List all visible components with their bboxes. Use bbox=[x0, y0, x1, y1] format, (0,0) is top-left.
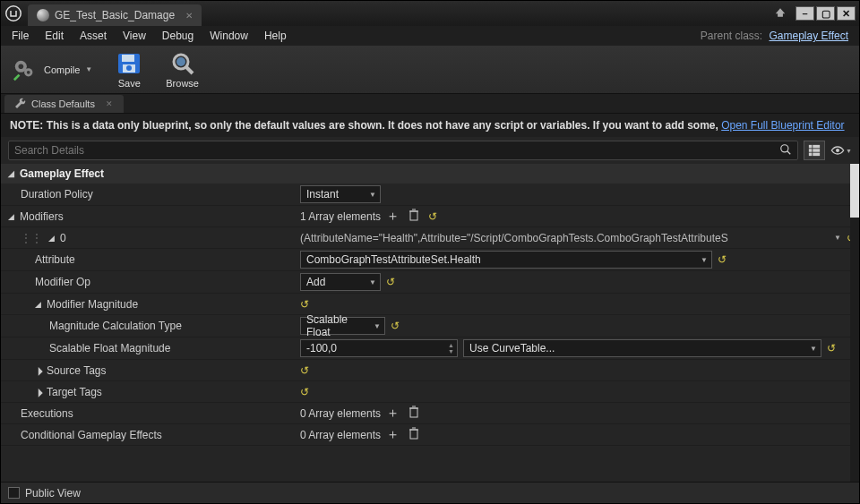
source-control-icon[interactable] bbox=[774, 6, 787, 21]
attribute-reset-button[interactable]: ↺ bbox=[718, 253, 727, 266]
scalable-float-input[interactable]: -100,0 ▲▼ bbox=[300, 339, 458, 357]
row-target-tags: ◢Target Tags ↺ bbox=[1, 381, 859, 403]
svg-rect-15 bbox=[813, 145, 820, 149]
wrench-icon bbox=[15, 98, 26, 110]
data-only-note: NOTE: This is a data only blueprint, so … bbox=[1, 114, 859, 137]
svg-point-4 bbox=[27, 70, 30, 73]
svg-point-0 bbox=[6, 6, 22, 21]
conditional-clear-button[interactable] bbox=[408, 427, 419, 442]
collapse-icon: ◢ bbox=[8, 169, 16, 178]
minimize-button[interactable]: – bbox=[796, 6, 814, 21]
scrollbar-track[interactable] bbox=[850, 164, 859, 482]
panel-tabs: Class Defaults ✕ bbox=[1, 94, 859, 114]
open-full-blueprint-link[interactable]: Open Full Blueprint Editor bbox=[721, 119, 844, 132]
modifiers-clear-button[interactable] bbox=[408, 209, 419, 224]
search-row: Search Details ▼ bbox=[1, 137, 859, 164]
details-panel: ◢ Gameplay Effect Duration Policy Instan… bbox=[1, 164, 859, 482]
svg-rect-14 bbox=[809, 145, 813, 149]
compile-dropdown-icon[interactable]: ▼ bbox=[85, 65, 92, 73]
view-grid-button[interactable] bbox=[804, 141, 825, 160]
mag-calc-dropdown[interactable]: Scalable Float bbox=[300, 317, 385, 335]
close-tab-icon[interactable]: ✕ bbox=[185, 11, 193, 21]
svg-point-2 bbox=[19, 64, 24, 69]
attribute-dropdown[interactable]: ComboGraphTestAttributeSet.Health bbox=[300, 251, 712, 269]
row-executions: Executions 0 Array elements ＋ bbox=[1, 403, 859, 424]
modifier-op-reset-button[interactable]: ↺ bbox=[386, 276, 395, 288]
row-source-tags: ◢Source Tags ↺ bbox=[1, 360, 859, 381]
row-attribute: Attribute ComboGraphTestAttributeSet.Hea… bbox=[1, 249, 859, 271]
search-input[interactable]: Search Details bbox=[8, 141, 798, 160]
magnitude-reset-button[interactable]: ↺ bbox=[300, 298, 309, 311]
svg-rect-18 bbox=[809, 153, 813, 157]
row-modifier-op: Modifier Op Add ↺ bbox=[1, 271, 859, 294]
parent-class-link[interactable]: Gameplay Effect bbox=[770, 30, 849, 42]
menubar: File Edit Asset View Debug Window Help P… bbox=[1, 26, 859, 46]
maximize-button[interactable]: ▢ bbox=[816, 6, 835, 21]
browse-button[interactable]: Browse bbox=[166, 51, 199, 89]
row-modifier-0: ⋮⋮◢0 (AttributeName="Health",Attribute="… bbox=[1, 227, 859, 249]
parent-class: Parent class: Gameplay Effect bbox=[701, 30, 848, 42]
row-conditional: Conditional Gameplay Effects 0 Array ele… bbox=[1, 424, 859, 446]
section-gameplay-effect[interactable]: ◢ Gameplay Effect bbox=[1, 164, 859, 184]
compile-button[interactable]: Compile ▼ bbox=[12, 57, 92, 82]
footer: Public View bbox=[1, 482, 859, 503]
compile-gear-icon bbox=[12, 57, 39, 82]
save-button[interactable]: Save bbox=[116, 51, 142, 89]
duration-policy-dropdown[interactable]: Instant bbox=[300, 185, 381, 203]
row-modifier-magnitude: ◢Modifier Magnitude ↺ bbox=[1, 294, 859, 315]
menu-help[interactable]: Help bbox=[264, 30, 287, 42]
close-button[interactable]: ✕ bbox=[837, 6, 856, 21]
asset-sphere-icon bbox=[37, 9, 49, 21]
svg-rect-17 bbox=[813, 149, 820, 152]
menu-window[interactable]: Window bbox=[210, 30, 248, 42]
svg-line-10 bbox=[186, 67, 193, 73]
menu-asset[interactable]: Asset bbox=[80, 30, 107, 42]
svg-rect-21 bbox=[410, 211, 417, 220]
row-scalable-float: Scalable Float Magnitude -100,0 ▲▼ Use C… bbox=[1, 337, 859, 360]
modifiers-reset-button[interactable]: ↺ bbox=[428, 210, 437, 223]
row-duration-policy: Duration Policy Instant bbox=[1, 184, 859, 206]
tab-class-defaults[interactable]: Class Defaults ✕ bbox=[4, 95, 124, 113]
menu-view[interactable]: View bbox=[123, 30, 146, 42]
modifiers-add-button[interactable]: ＋ bbox=[386, 208, 400, 225]
ue-logo-icon bbox=[4, 4, 22, 22]
svg-rect-24 bbox=[410, 408, 417, 417]
close-panel-tab-icon[interactable]: ✕ bbox=[106, 99, 113, 108]
svg-point-11 bbox=[176, 57, 185, 66]
source-tags-reset-button[interactable]: ↺ bbox=[300, 364, 309, 377]
view-eye-button[interactable]: ▼ bbox=[830, 141, 852, 160]
asset-tab[interactable]: GE_Test_Basic_Damage ✕ bbox=[28, 4, 202, 26]
executions-clear-button[interactable] bbox=[408, 406, 419, 421]
target-tags-reset-button[interactable]: ↺ bbox=[300, 386, 309, 398]
svg-rect-16 bbox=[809, 149, 813, 152]
svg-rect-27 bbox=[410, 430, 417, 439]
modifier-op-dropdown[interactable]: Add bbox=[300, 273, 381, 291]
svg-line-13 bbox=[787, 150, 791, 154]
menu-edit[interactable]: Edit bbox=[45, 30, 64, 42]
row-mag-calc: Magnitude Calculation Type Scalable Floa… bbox=[1, 315, 859, 337]
svg-rect-6 bbox=[122, 55, 134, 62]
menu-file[interactable]: File bbox=[12, 30, 29, 42]
svg-rect-19 bbox=[813, 153, 820, 157]
executions-add-button[interactable]: ＋ bbox=[386, 405, 400, 422]
svg-point-12 bbox=[781, 144, 788, 151]
toolbar: Compile ▼ Save Browse bbox=[1, 46, 859, 94]
scalable-reset-button[interactable]: ↺ bbox=[827, 342, 836, 355]
conditional-add-button[interactable]: ＋ bbox=[386, 426, 400, 443]
public-view-label: Public View bbox=[25, 487, 81, 500]
save-floppy-icon bbox=[116, 51, 142, 76]
svg-point-8 bbox=[126, 65, 132, 71]
asset-name: GE_Test_Basic_Damage bbox=[55, 9, 175, 21]
menu-debug[interactable]: Debug bbox=[162, 30, 194, 42]
curve-table-dropdown[interactable]: Use CurveTable... bbox=[463, 339, 821, 357]
row-modifiers: ◢Modifiers 1 Array elements ＋ ↺ bbox=[1, 206, 859, 227]
browse-magnifier-icon bbox=[169, 51, 196, 76]
titlebar: GE_Test_Basic_Damage ✕ – ▢ ✕ bbox=[1, 1, 859, 26]
scrollbar-thumb[interactable] bbox=[850, 164, 859, 218]
spinner-icon[interactable]: ▲▼ bbox=[448, 342, 454, 355]
svg-point-20 bbox=[836, 149, 839, 152]
mag-calc-reset-button[interactable]: ↺ bbox=[391, 320, 400, 332]
public-view-checkbox[interactable] bbox=[8, 487, 20, 499]
search-icon bbox=[779, 143, 792, 158]
element-menu-icon[interactable]: ▼ bbox=[834, 234, 841, 242]
